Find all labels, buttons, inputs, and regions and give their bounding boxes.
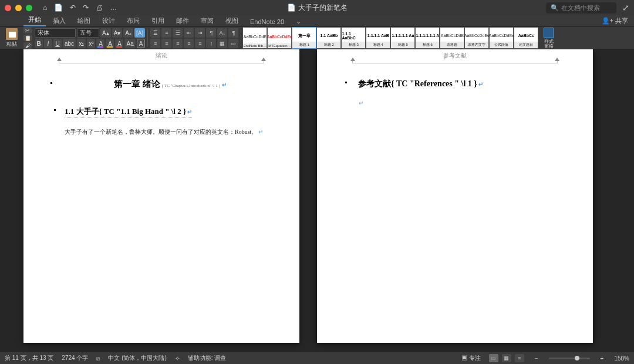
tab-home[interactable]: 开始 [23,14,46,26]
zoom-thumb[interactable] [575,356,579,360]
home-icon[interactable]: ⌂ [43,4,47,12]
highlight-button[interactable]: A [106,39,114,48]
print-icon[interactable]: 🖨 [96,4,103,12]
tabs-expand-icon[interactable]: ⌄ [291,16,306,26]
qa-more-icon[interactable]: … [110,4,117,12]
sort-button[interactable]: A↓ [217,28,227,38]
document-area[interactable]: 绪论 第一章 绪论{ TC "Chapter.1.Introduction" \… [0,49,634,352]
tab-review[interactable]: 审阅 [196,15,218,26]
phonetic-guide-icon[interactable]: [A] [134,28,145,38]
align-right-button[interactable]: ≡ [173,39,183,48]
font-color-button[interactable]: A [115,39,123,48]
web-layout-view[interactable]: ▦ [502,354,511,362]
ruler-right[interactable] [352,60,558,63]
strikethrough-button[interactable]: abc [63,39,76,48]
body-paragraph[interactable]: 大手子有了一个新笔名，鲁棒大师。顺便一问有了对应的英文名：Robust。↵ [65,127,276,137]
line-spacing-button[interactable]: ↕ [206,39,216,48]
zoom-in-button[interactable]: + [598,355,606,362]
zoom-out-button[interactable]: − [532,355,541,362]
subscript-button[interactable]: x₂ [77,39,86,48]
change-case-button[interactable]: Aa [124,39,135,48]
print-layout-view[interactable]: ▭ [489,354,498,362]
references-title[interactable]: 参考文献{ TC "References " \l 1 }↵ [358,79,483,89]
page-body-left[interactable]: 第一章 绪论{ TC "Chapter.1.Introduction" \l 1… [65,79,276,137]
copy-icon[interactable]: 📋 [23,35,32,41]
tab-mailings[interactable]: 邮件 [171,15,194,26]
shading-button[interactable]: ▦ [217,39,227,48]
font-shrink-icon[interactable]: A▾ [112,28,123,38]
text-effects-button[interactable]: A [96,39,104,48]
page-right[interactable]: 参考文献 参考文献{ TC "References " \l 1 }↵ ↵ [317,49,593,343]
paste-button[interactable]: 粘贴 [2,28,21,48]
style-card-3[interactable]: 1.1 AaBb标题 2 [316,27,341,49]
font-grow-icon[interactable]: A▴ [100,28,111,38]
tab-layout[interactable]: 布局 [122,15,144,26]
tab-references[interactable]: 引用 [147,15,169,26]
style-card-7[interactable]: 1.1.1.1.1.1 A标题 6 [415,27,440,49]
page-left[interactable]: 绪论 第一章 绪论{ TC "Chapter.1.Introduction" \… [23,49,299,343]
align-center-button[interactable]: ≡ [161,39,171,48]
tab-insert[interactable]: 插入 [48,15,70,26]
outline-view[interactable]: ≡ [515,354,524,362]
superscript-button[interactable]: x² [87,39,95,48]
chapter-title[interactable]: 第一章 绪论{ TC "Chapter.1.Introduction" \l 1… [65,79,276,90]
font-name-select[interactable]: 宋体 [35,28,76,38]
style-card-0[interactable]: AaBbCcDdEEndNote Bibl… [242,27,267,49]
word-count[interactable]: 2724 个字 [62,354,88,362]
styles-pane-button[interactable]: 样式 窗格 [541,27,557,49]
style-card-8[interactable]: AaBbCcDdE表格题 [440,27,464,49]
char-border-button[interactable]: A [137,39,146,48]
style-card-1[interactable]: AaBbCcDdEeMTEquation… [267,27,292,49]
align-left-button[interactable]: ≡ [150,39,160,48]
show-marks-button[interactable]: ¶ [228,28,238,38]
borders-button[interactable]: ▭ [228,39,238,48]
style-card-10[interactable]: AaBbCcDdEe公式段落 [489,27,514,49]
style-card-4[interactable]: 1.1.1 AaBbC标题 3 [341,27,366,49]
zoom-level[interactable]: 150% [614,355,629,362]
zoom-slider[interactable] [549,358,590,359]
decrease-indent-button[interactable]: ⇤ [184,28,194,38]
bold-button[interactable]: B [35,39,43,48]
style-card-5[interactable]: 1.1.1.1 AaB标题 4 [366,27,390,49]
tab-design[interactable]: 设计 [97,15,120,26]
font-size-select[interactable]: 五号 [77,28,99,38]
style-card-2[interactable]: 第一章标题 1 [292,27,316,49]
tab-draw[interactable]: 绘图 [73,15,95,26]
ribbon-collapse-icon[interactable]: ⤢ [622,3,629,12]
justify-button[interactable]: ≡ [184,39,194,48]
indent-right-mark[interactable] [261,58,266,61]
underline-button[interactable]: U [53,39,62,48]
bullets-button[interactable]: ≣ [150,28,160,38]
search-input[interactable]: 🔍 在文档中搜索 [546,2,616,14]
numbering-button[interactable]: ≡ [161,28,171,38]
section-title[interactable]: 1.1 大手子{ TC "1.1 Big Hand " \l 2 }↵ [65,106,192,118]
cut-icon[interactable]: ✂ [23,27,32,33]
indent-left-mark[interactable] [57,58,62,61]
multilevel-list-button[interactable]: ☰ [173,28,183,38]
style-card-9[interactable]: AaBbCcDdEe表格内文字 [464,27,489,49]
tab-view[interactable]: 视图 [221,15,243,26]
tab-endnote[interactable]: EndNote 20 [245,16,289,26]
increase-indent-button[interactable]: ⇥ [195,28,205,38]
style-card-6[interactable]: 1.1.1.1.1 Aa标题 5 [390,27,415,49]
ltr-button[interactable]: ¶ [206,28,216,38]
ruler-left[interactable] [59,60,264,63]
italic-button[interactable]: I [44,39,52,48]
focus-mode-button[interactable]: ▣ 专注 [461,354,481,362]
save-icon[interactable]: 📄 [54,4,63,12]
accessibility-indicator[interactable]: 辅助功能: 调查 [188,354,227,362]
indent-right-mark[interactable] [555,58,559,61]
indent-left-mark[interactable] [350,58,355,61]
close-window[interactable] [5,5,11,11]
page-indicator[interactable]: 第 11 页，共 13 页 [5,354,53,362]
language-indicator[interactable]: 中文 (简体，中国大陆) [108,354,166,362]
zoom-window[interactable] [26,5,32,11]
share-button[interactable]: 👤+ 共享 [602,16,628,26]
format-painter-icon[interactable]: 🖌 [23,42,32,49]
distribute-button[interactable]: ≡ [195,39,205,48]
minimize-window[interactable] [15,5,22,11]
redo-icon[interactable]: ↷ [83,4,89,12]
page-body-right[interactable]: 参考文献{ TC "References " \l 1 }↵ ↵ [358,79,569,106]
style-card-11[interactable]: AaBbCc论文题目 [514,27,538,49]
undo-icon[interactable]: ↶ [70,4,76,12]
